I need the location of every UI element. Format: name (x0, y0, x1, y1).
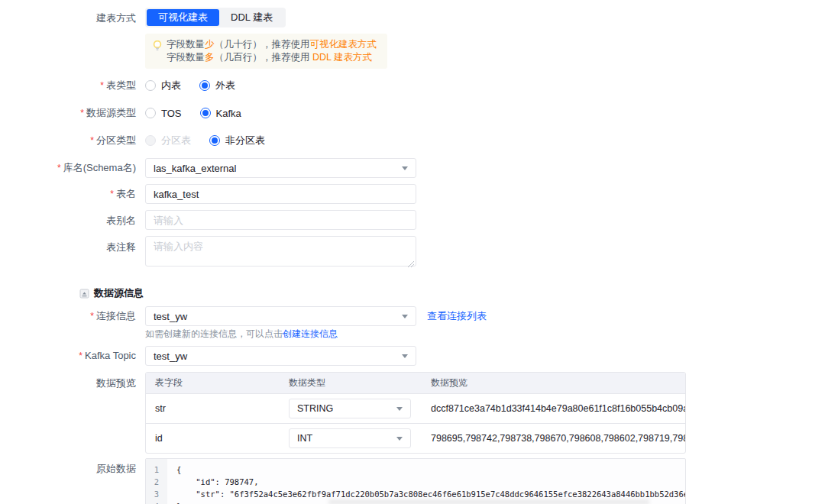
radio-disabled-icon (145, 135, 156, 146)
table-type-label: 表类型 (106, 79, 136, 91)
table-name-input[interactable] (145, 184, 416, 204)
view-connection-list-link[interactable]: 查看连接列表 (427, 309, 487, 323)
table-alias-label: 表别名 (106, 215, 136, 226)
preview-value: dccf871ce3a74b1d33f414b4e79a80e61f1c8f16… (422, 403, 685, 414)
datasource-type-label: 数据源类型 (86, 107, 136, 118)
preview-value: 798695,798742,798738,798670,798608,79860… (422, 433, 685, 444)
connection-select[interactable]: test_yw (145, 306, 416, 326)
connection-helper-row: 如需创建新的连接信息，可以点击创建连接信息 (0, 328, 825, 340)
chevron-down-icon (402, 354, 408, 358)
required-mark: * (110, 189, 114, 199)
footer-bar-shadow (328, 498, 649, 504)
required-mark: * (80, 108, 84, 118)
radio-partitioned: 分区表 (145, 134, 191, 147)
tab-visual-create[interactable]: 可视化建表 (147, 9, 219, 26)
radio-selected-icon (199, 80, 210, 91)
column-header-field: 表字段 (146, 373, 280, 393)
column-header-preview: 数据预览 (422, 373, 685, 393)
field-name: id (146, 433, 280, 444)
column-header-type: 数据类型 (280, 373, 422, 393)
partition-type-row: *分区类型 分区表 非分区表 (0, 133, 825, 148)
radio-external-table[interactable]: 外表 (199, 79, 235, 92)
schema-name-select[interactable]: las_kafka_external (145, 158, 416, 178)
data-type-select[interactable]: INT (289, 428, 411, 448)
connection-helper-text: 如需创建新的连接信息，可以点击创建连接信息 (145, 328, 338, 340)
raw-data-label: 原始数据 (96, 463, 136, 474)
datasource-type-row: *数据源类型 TOS Kafka (0, 105, 825, 121)
code-line: "id": 798747, (176, 476, 685, 488)
tip-text: 字段数量少（几十行），推荐使用可视化建表方式 字段数量多（几百行），推荐使用 D… (167, 38, 377, 64)
data-preview-table: 表字段 数据类型 数据预览 str STRING dccf871ce3a74b1… (145, 372, 686, 454)
required-mark: * (79, 351, 82, 361)
kafka-topic-row: *Kafka Topic test_yw (0, 346, 825, 366)
tab-ddl-create[interactable]: DDL 建表 (219, 9, 284, 26)
table-comment-row: 表注释 (0, 236, 825, 270)
radio-internal-table[interactable]: 内表 (145, 79, 181, 92)
radio-tos[interactable]: TOS (145, 108, 182, 119)
required-mark: * (57, 163, 61, 173)
connection-value: test_yw (154, 311, 187, 322)
table-type-row: *表类型 内表 外表 (0, 78, 825, 93)
table-alias-input[interactable] (145, 210, 416, 230)
kafka-topic-select[interactable]: test_yw (145, 346, 416, 366)
kafka-topic-value: test_yw (154, 351, 187, 362)
creation-method-label: 建表方式 (0, 11, 145, 25)
radio-selected-icon (200, 108, 211, 118)
schema-name-label: 库名(Schema名) (63, 162, 136, 173)
code-line: { (176, 464, 685, 476)
radio-icon (145, 80, 156, 91)
data-preview-label: 数据预览 (96, 377, 136, 389)
required-mark: * (90, 311, 94, 321)
datasource-section-header: 数据源信息 (0, 286, 825, 300)
table-alias-row: 表别名 (0, 210, 825, 230)
raw-data-code-viewer: 1 2 3 4 { "id": 798747, "str": "6f3f52a4… (145, 458, 686, 504)
radio-selected-icon (209, 135, 220, 146)
required-mark: * (90, 135, 94, 146)
tip-row: 字段数量少（几十行），推荐使用可视化建表方式 字段数量多（几百行），推荐使用 D… (0, 34, 825, 69)
data-preview-row: 数据预览 表字段 数据类型 数据预览 str STRING dccf871ce3… (0, 372, 825, 454)
create-table-form: 建表方式 可视化建表 DDL 建表 字段数量少（几十行），推荐使用可视化建表方式… (0, 0, 825, 504)
chevron-down-icon (402, 166, 408, 170)
creation-method-row: 建表方式 可视化建表 DDL 建表 (0, 8, 825, 27)
chevron-down-icon (396, 437, 403, 441)
create-connection-link[interactable]: 创建连接信息 (283, 328, 338, 339)
section-collapse-icon[interactable] (79, 289, 89, 299)
chevron-down-icon (402, 315, 408, 318)
field-name: str (146, 403, 280, 414)
required-mark: * (100, 80, 104, 91)
connection-row: *连接信息 test_yw 查看连接列表 (0, 306, 825, 326)
line-number-gutter: 1 2 3 4 (146, 459, 167, 504)
table-row: str STRING dccf871ce3a74b1d33f414b4e79a8… (146, 393, 685, 423)
radio-kafka[interactable]: Kafka (200, 108, 241, 119)
partition-type-label: 分区类型 (96, 134, 136, 146)
connection-label: 连接信息 (96, 310, 136, 321)
radio-icon (145, 108, 156, 118)
resize-handle-icon[interactable] (408, 261, 414, 267)
data-type-select[interactable]: STRING (289, 399, 411, 418)
kafka-topic-label: Kafka Topic (85, 350, 136, 361)
radio-non-partitioned[interactable]: 非分区表 (209, 134, 265, 147)
table-row: id INT 798695,798742,798738,798670,79860… (146, 423, 685, 453)
table-comment-textarea[interactable] (145, 236, 416, 267)
table-header-row: 表字段 数据类型 数据预览 (146, 373, 685, 393)
creation-method-tab-group: 可视化建表 DDL 建表 (145, 8, 286, 27)
table-name-row: *表名 (0, 184, 825, 204)
schema-name-row: *库名(Schema名) las_kafka_external (0, 158, 825, 178)
table-comment-label: 表注释 (106, 241, 136, 253)
chevron-down-icon (396, 407, 403, 411)
tip-box: 字段数量少（几十行），推荐使用可视化建表方式 字段数量多（几百行），推荐使用 D… (145, 34, 387, 69)
table-name-label: 表名 (116, 188, 136, 199)
schema-name-value: las_kafka_external (154, 163, 236, 174)
lightbulb-icon (153, 40, 162, 54)
raw-data-row: 原始数据 1 2 3 4 { "id": 798747, "str": "6f3… (0, 458, 825, 504)
datasource-section-title: 数据源信息 (94, 286, 144, 300)
